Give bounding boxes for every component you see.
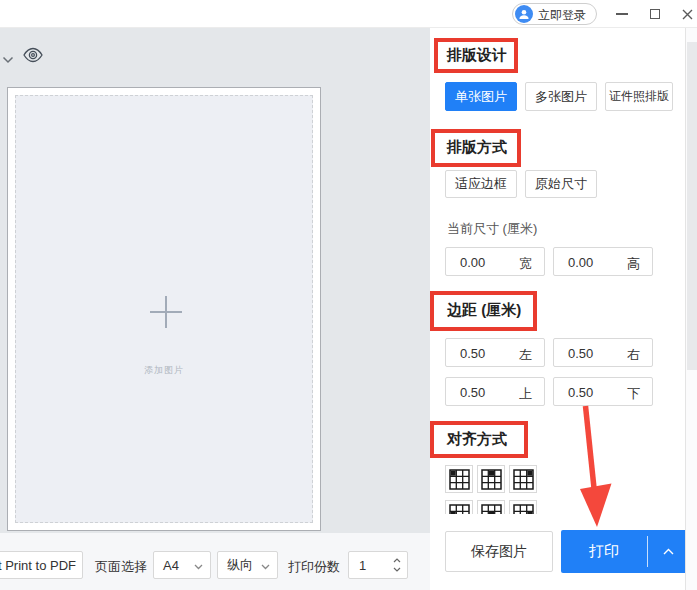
width-input[interactable]: 0.00 宽	[445, 247, 545, 276]
close-button[interactable]	[679, 6, 695, 22]
chevron-up-icon	[663, 548, 674, 555]
alignment-options	[445, 465, 575, 514]
align-top-center-button[interactable]	[477, 465, 505, 493]
margin-left-input[interactable]: 0.50 左	[445, 338, 545, 367]
page-select-label: 页面选择	[95, 558, 147, 576]
margin-bottom-suffix: 下	[627, 385, 640, 403]
collapse-panel-button[interactable]	[2, 50, 16, 62]
margin-left-value: 0.50	[460, 346, 485, 361]
height-input[interactable]: 0.00 高	[553, 247, 653, 276]
user-avatar-icon	[515, 5, 533, 23]
margin-top-suffix: 上	[519, 385, 532, 403]
print-options-button[interactable]	[648, 530, 688, 573]
width-suffix: 宽	[519, 255, 532, 273]
settings-panel: 排版设计 单张图片 多张图片 证件照排版 排版方式 适应边框 原始尺寸 当前尺寸…	[430, 28, 697, 590]
panel-scrollbar[interactable]	[685, 28, 697, 590]
print-button[interactable]: 打印	[561, 530, 647, 573]
stepper-up-icon[interactable]	[393, 558, 401, 563]
print-settings-bar: ft Print to PDF 页面选择 A4 纵向 打印份数 1	[0, 533, 430, 590]
alignment-heading: 对齐方式	[447, 430, 507, 449]
align-top-left-button[interactable]	[445, 465, 473, 493]
save-image-button[interactable]: 保存图片	[445, 531, 553, 572]
current-size-label: 当前尺寸 (厘米)	[447, 220, 537, 238]
copies-value: 1	[359, 558, 366, 573]
align-middle-center-button[interactable]	[477, 500, 505, 514]
add-image-label: 添加图片	[16, 364, 312, 377]
margin-left-suffix: 左	[519, 346, 532, 364]
width-value: 0.00	[460, 255, 485, 270]
copies-label: 打印份数	[288, 558, 340, 576]
height-value: 0.00	[568, 255, 593, 270]
margin-right-value: 0.50	[568, 346, 593, 361]
page-size-value: A4	[163, 558, 179, 573]
preview-visibility-button[interactable]	[23, 47, 43, 64]
original-size-button[interactable]: 原始尺寸	[525, 170, 597, 198]
margin-top-value: 0.50	[460, 385, 485, 400]
align-top-right-button[interactable]	[509, 465, 537, 493]
stepper-down-icon[interactable]	[393, 567, 401, 572]
print-page-preview: 添加图片	[7, 87, 321, 531]
maximize-button[interactable]	[647, 6, 663, 22]
printer-select[interactable]: ft Print to PDF	[0, 551, 83, 579]
align-middle-right-button[interactable]	[509, 500, 537, 514]
height-suffix: 高	[627, 255, 640, 273]
print-button-group: 打印	[561, 530, 688, 573]
fit-frame-button[interactable]: 适应边框	[445, 170, 517, 198]
id-photo-layout-button[interactable]: 证件照排版	[605, 82, 673, 111]
login-label: 立即登录	[538, 7, 586, 24]
orientation-value: 纵向	[227, 556, 253, 574]
close-icon	[682, 9, 693, 20]
page-size-select[interactable]: A4	[153, 551, 211, 579]
copies-input[interactable]: 1	[348, 551, 408, 579]
orientation-select[interactable]: 纵向	[217, 551, 278, 579]
layout-design-heading: 排版设计	[447, 46, 507, 65]
page-margin-area[interactable]: 添加图片	[15, 95, 313, 523]
margins-heading: 边距 (厘米)	[447, 301, 521, 320]
scrollbar-thumb[interactable]	[687, 42, 697, 370]
chevron-down-icon	[2, 56, 14, 64]
minimize-button[interactable]	[614, 6, 630, 22]
margin-bottom-input[interactable]: 0.50 下	[553, 377, 653, 406]
chevron-down-icon	[194, 564, 203, 570]
minimize-icon	[616, 13, 628, 15]
eye-icon	[23, 47, 43, 63]
layout-mode-heading: 排版方式	[447, 138, 507, 157]
maximize-icon	[650, 9, 660, 19]
login-button[interactable]: 立即登录	[512, 3, 597, 25]
plus-icon	[147, 293, 185, 331]
multi-image-button[interactable]: 多张图片	[525, 82, 597, 111]
margin-bottom-value: 0.50	[568, 385, 593, 400]
title-bar: 立即登录	[0, 0, 697, 28]
preview-canvas-area: 添加图片	[0, 28, 430, 533]
align-middle-left-button[interactable]	[445, 500, 473, 514]
margin-right-suffix: 右	[627, 346, 640, 364]
single-image-button[interactable]: 单张图片	[445, 82, 517, 111]
margin-right-input[interactable]: 0.50 右	[553, 338, 653, 367]
chevron-down-icon	[261, 564, 270, 570]
printer-select-value: ft Print to PDF	[0, 558, 76, 573]
margin-top-input[interactable]: 0.50 上	[445, 377, 545, 406]
